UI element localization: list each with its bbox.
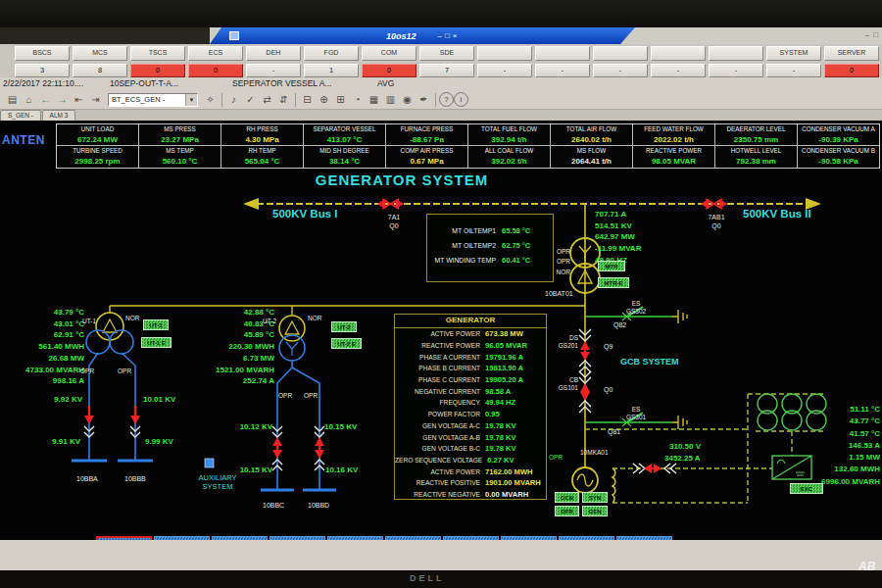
alarm-count-server: 0 [824, 64, 879, 77]
network-send-icon[interactable]: ⇄ [259, 92, 275, 108]
ut2-e-tag-button[interactable]: UT-2 E [331, 338, 362, 349]
database-gear-icon[interactable]: ⊕ [316, 92, 332, 108]
display-selector[interactable]: BT_ECS_GEN - ▼ [108, 93, 198, 107]
generator-data-box: GENERATOR ACTIVE POWER673.38 MW REACTIVE… [394, 314, 547, 500]
dfr-tag-button[interactable]: DFR [555, 506, 579, 516]
launcher-com[interactable]: COM [362, 46, 416, 61]
launcher-deh[interactable]: DEH [246, 46, 301, 61]
tab-110v-dc[interactable]: 110V DC [501, 536, 557, 540]
ut2-tag-button[interactable]: UT-2 [331, 321, 357, 332]
ut1-symbol[interactable] [86, 306, 133, 354]
gen-row-value: 19905.20 A [485, 375, 546, 384]
gen-row-label: REACTIVE POSITIVE [395, 479, 485, 486]
launcher-mcs[interactable]: MCS [73, 46, 127, 61]
network-stop-icon[interactable]: ⇵ [275, 92, 292, 108]
outer-restore-icon[interactable]: □ [873, 30, 878, 39]
ut1-tag-button[interactable]: UT-1 [143, 319, 169, 330]
gen-row-label: ACTIVE POWER [395, 330, 485, 337]
mtr-tag-button[interactable]: MTR [598, 261, 625, 271]
ut2-kv-right-top: 10.15 KV [324, 421, 357, 433]
syn-tag-button[interactable]: SYN [582, 492, 608, 503]
restore-icon[interactable]: □ [445, 31, 450, 40]
gcb-tag-button[interactable]: GCB [555, 492, 579, 503]
bus-10bbd-label: 10BBD [308, 501, 329, 510]
ut1-e-tag-button[interactable]: UT-1 E [141, 337, 172, 348]
new-page-icon[interactable]: ▤ [4, 92, 21, 108]
chevron-down-icon[interactable]: ▼ [185, 94, 197, 106]
minimize-icon[interactable]: – [438, 31, 442, 40]
launcher-sde[interactable]: SDE [419, 46, 474, 61]
gen-tag-button[interactable]: GEN [582, 506, 608, 516]
schedule-icon[interactable]: ◔ [349, 92, 366, 108]
launcher-spare-3[interactable] [593, 46, 648, 61]
tab-gen[interactable]: GEN [96, 536, 152, 540]
titlebar-blue: 10os12 – □ × [210, 27, 635, 44]
ut2-opr-right: OPR [304, 392, 318, 400]
launcher-tscs[interactable]: TSCS [130, 46, 185, 61]
field-voltage-value: 310.50 V [669, 441, 701, 453]
launcher-bscs[interactable]: BSCS [15, 46, 70, 61]
generator-symbol[interactable] [572, 467, 598, 493]
ut2-symbol[interactable] [279, 306, 305, 361]
last-page-icon[interactable]: ⇥ [87, 92, 104, 108]
toolbar-separator [435, 93, 436, 107]
window-title: 10os12 [386, 31, 416, 41]
latest-alarm-banner[interactable]: 2/22/2017 22:11:10.... 10SEP-OUT-T-A... … [0, 77, 882, 90]
disconnector-q9[interactable] [579, 329, 591, 372]
info-icon[interactable]: i [454, 92, 468, 107]
first-page-icon[interactable]: ⇤ [71, 92, 87, 108]
globe-user-icon[interactable]: ◉ [399, 92, 416, 108]
outer-minimize-icon[interactable]: – [865, 30, 869, 39]
gen-row-label: GEN VOLTAGE A-B [395, 434, 485, 441]
gen-row-label: FREQUENCY [395, 399, 485, 406]
tab-turb-380v[interactable]: TURB 380V [212, 536, 268, 540]
close-icon[interactable]: × [453, 31, 458, 40]
launcher-fgd[interactable]: FGD [304, 46, 359, 61]
gen-row-label: PHASE A CURRENT [395, 354, 485, 361]
database-icon[interactable]: ⊟ [299, 92, 316, 108]
announce-icon[interactable]: ♪ [225, 92, 242, 108]
tab-edg[interactable]: EDG [443, 536, 499, 540]
mtr-e-tag-button[interactable]: MTR-E [598, 277, 629, 288]
launcher-spare-2[interactable] [535, 46, 590, 61]
tab-auxiliary[interactable]: AUXILIARY [154, 536, 210, 540]
alarm-count-spare-3: - [593, 64, 648, 77]
generator-opr-label: OPR [549, 454, 563, 462]
launcher-system[interactable]: SYSTEM [766, 46, 821, 61]
gen-row-value: 1901.00 MVARH [485, 478, 546, 487]
page-check-icon[interactable]: ✓ [242, 92, 259, 108]
launcher-spare-1[interactable] [477, 46, 532, 61]
forward-icon[interactable]: → [54, 92, 71, 108]
launcher-spare-4[interactable] [651, 46, 706, 61]
help-icon[interactable]: ? [439, 92, 454, 107]
search-icon[interactable]: ✧ [202, 92, 219, 108]
tab-ups[interactable]: UPS [616, 536, 672, 540]
tab-exc[interactable]: EXC [385, 536, 441, 540]
es-gs302-label: ESGS302 [617, 300, 655, 316]
launcher-server[interactable]: SERVER [824, 46, 879, 61]
breaker-7ab1[interactable] [701, 199, 727, 209]
field-breaker[interactable] [633, 464, 676, 473]
monitor-photo: 10os12 – □ × – □ BSCS3 MCS8 TSCS0 ECS0 D… [0, 0, 882, 588]
auxiliary-system-icon[interactable] [205, 459, 214, 467]
home-icon[interactable]: ⌂ [21, 92, 37, 108]
report-chart-icon[interactable]: ▥ [382, 92, 399, 108]
auxiliary-system-label[interactable]: AUXILIARYSYSTEM [186, 473, 249, 491]
export-icon[interactable]: ⊞ [332, 92, 349, 108]
launcher-spare-5[interactable] [709, 46, 763, 61]
trend-chart-icon[interactable]: ▦ [366, 92, 382, 108]
ut1-kv-right-top: 10.01 KV [143, 394, 175, 406]
back-icon[interactable]: ← [37, 92, 54, 108]
gen-row-label: NEGATIVE CURRENT [395, 388, 485, 395]
exc-tag-button[interactable]: EXC [790, 483, 823, 494]
ut1-kv-left-top: 9.92 KV [43, 394, 82, 406]
tab-220v-dc[interactable]: 220V DC [559, 536, 614, 540]
tab-other-380v[interactable]: OTHER 380V [327, 536, 383, 540]
ut2-kv-left-top: 10.12 KV [218, 421, 272, 433]
gen-row-value: 98.58 A [485, 387, 546, 396]
breaker-7a1[interactable] [377, 199, 404, 209]
pen-tool-icon[interactable]: ✒ [416, 92, 432, 108]
launcher-ecs[interactable]: ECS [188, 46, 243, 61]
tab-bol-380v[interactable]: BOL 380V [270, 536, 325, 540]
system-launcher-grid: BSCS3 MCS8 TSCS0 ECS0 DEH- FGD1 COM0 SDE… [0, 44, 882, 77]
